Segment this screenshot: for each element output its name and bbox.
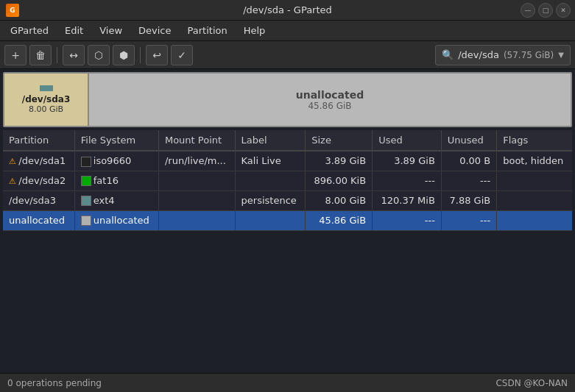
dropdown-arrow-icon: ▼ [558,51,564,59]
cell-mountpoint-2 [158,190,235,210]
operations-status: 0 operations pending [7,378,102,388]
apply-button[interactable]: ✓ [171,45,193,65]
cell-partition-1: ⚠ /dev/sda2 [3,171,74,190]
minimize-button[interactable]: — [521,3,535,18]
cell-filesystem-1: fat16 [74,171,158,190]
cell-label-1 [235,171,306,190]
cell-unused-1: --- [441,171,496,190]
cell-filesystem-2: ext4 [74,190,158,210]
partition-table: Partition File System Mount Point Label … [3,130,572,231]
col-header-used: Used [373,130,442,151]
disk-visual: /dev/sda3 8.00 GiB unallocated 45.86 GiB [3,72,572,127]
cell-label-2: persistence [235,190,306,210]
cell-size-0: 3.89 GiB [306,151,373,171]
cell-used-0: 3.89 GiB [373,151,442,171]
new-button[interactable]: + [4,45,27,65]
partition-table-container: Partition File System Mount Point Label … [3,130,572,231]
close-button[interactable]: ✕ [556,3,571,18]
window-title: /dev/sda - GParted [243,4,332,15]
col-header-partition: Partition [3,130,74,151]
fs-color-dot-1 [81,176,91,186]
cell-label-0: Kali Live [235,151,306,171]
col-header-unused: Unused [441,130,496,151]
menu-gparted[interactable]: GParted [3,23,56,38]
toolbar-separator-1 [57,47,57,63]
table-row[interactable]: ⚠ /dev/sda2fat16896.00 KiB------ [3,171,572,190]
partition-visual-label-sda3: /dev/sda3 [22,94,71,104]
partition-color-sda3 [40,85,53,91]
menu-partition[interactable]: Partition [180,23,235,38]
search-icon: 🔍 [442,49,454,60]
titlebar: G /dev/sda - GParted — □ ✕ [0,0,575,21]
copy-button[interactable]: ⬡ [88,45,110,65]
menubar: GParted Edit View Device Partition Help [0,21,575,41]
cell-partition-0: ⚠ /dev/sda1 [3,151,74,171]
table-row[interactable]: /dev/sda3ext4persistence8.00 GiB120.37 M… [3,190,572,210]
cell-filesystem-0: iso9660 [74,151,158,171]
cell-flags-0: boot, hidden [497,151,572,171]
resize-button[interactable]: ↔ [63,45,85,65]
device-name: /dev/sda [458,49,499,60]
unallocated-label: unallocated [296,89,364,101]
statusbar: 0 operations pending CSDN @KO-NAN [0,373,575,392]
cell-size-3: 45.86 GiB [306,210,373,230]
unallocated-size: 45.86 GiB [308,101,351,111]
col-header-flags: Flags [497,130,572,151]
cell-label-3 [235,210,306,230]
cell-flags-3 [497,210,572,230]
cell-mountpoint-1 [158,171,235,190]
menu-edit[interactable]: Edit [57,23,91,38]
col-header-filesystem: File System [74,130,158,151]
cell-partition-2: /dev/sda3 [3,190,74,210]
device-size: (57.75 GiB) [504,50,554,60]
cell-mountpoint-0: /run/live/m... [158,151,235,171]
cell-used-3: --- [373,210,442,230]
device-selector[interactable]: 🔍 /dev/sda (57.75 GiB) ▼ [435,45,571,65]
fs-color-dot-3 [81,215,91,226]
cell-unused-0: 0.00 B [441,151,496,171]
menu-view[interactable]: View [92,23,130,38]
credit-text: CSDN @KO-NAN [495,378,568,388]
paste-button[interactable]: ⬢ [113,45,135,65]
col-header-mountpoint: Mount Point [158,130,235,151]
window-controls: — □ ✕ [521,3,571,18]
table-body: ⚠ /dev/sda1iso9660/run/live/m...Kali Liv… [3,151,572,230]
cell-flags-2 [497,190,572,210]
menu-device[interactable]: Device [131,23,178,38]
fs-color-dot-0 [81,157,91,167]
fs-color-dot-2 [81,196,91,206]
undo-button[interactable]: ↩ [146,45,168,65]
toolbar-separator-2 [140,47,141,63]
cell-size-1: 896.00 KiB [306,171,373,190]
cell-used-2: 120.37 MiB [373,190,442,210]
partition-visual-size-sda3: 8.00 GiB [29,104,63,114]
col-header-size: Size [306,130,373,151]
table-row[interactable]: ⚠ /dev/sda1iso9660/run/live/m...Kali Liv… [3,151,572,171]
cell-unused-2: 7.88 GiB [441,190,496,210]
cell-flags-1 [497,171,572,190]
delete-button[interactable]: 🗑 [29,45,52,65]
cell-filesystem-3: unallocated [74,210,158,230]
cell-used-1: --- [373,171,442,190]
cell-partition-3: unallocated [3,210,74,230]
menu-help[interactable]: Help [236,23,273,38]
cell-unused-3: --- [441,210,496,230]
table-header-row: Partition File System Mount Point Label … [3,130,572,151]
cell-size-2: 8.00 GiB [306,190,373,210]
table-row[interactable]: unallocatedunallocated45.86 GiB------ [3,210,572,230]
col-header-label: Label [235,130,306,151]
toolbar: + 🗑 ↔ ⬡ ⬢ ↩ ✓ 🔍 /dev/sda (57.75 GiB) ▼ [0,41,575,69]
maximize-button[interactable]: □ [538,3,553,18]
disk-partition-sda3[interactable]: /dev/sda3 8.00 GiB [4,74,89,126]
cell-mountpoint-3 [158,210,235,230]
disk-partition-unallocated[interactable]: unallocated 45.86 GiB [89,74,571,126]
app-icon: G [6,4,19,17]
